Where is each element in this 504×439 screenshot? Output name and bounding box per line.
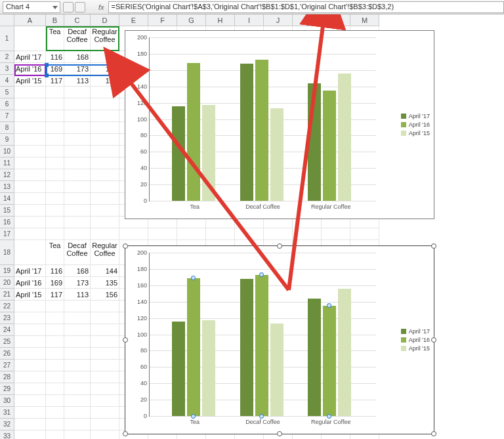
cell-B13[interactable]	[46, 181, 64, 193]
cell-A22[interactable]	[14, 301, 46, 312]
cell-D31[interactable]	[91, 407, 119, 419]
cell-B6[interactable]	[46, 98, 64, 110]
cell-B5[interactable]	[46, 87, 64, 98]
cell-A29[interactable]	[14, 383, 46, 395]
cell-D21[interactable]: 156	[91, 289, 119, 301]
bar-Decaf Coffee-April 16[interactable]	[255, 275, 268, 416]
cell-B12[interactable]	[46, 169, 64, 181]
bar-Tea-April 17[interactable]	[172, 322, 185, 416]
cell-A30[interactable]	[14, 395, 46, 407]
cell-E17[interactable]	[119, 228, 148, 240]
cell-H17[interactable]	[206, 228, 235, 240]
cell-B19[interactable]: 116	[46, 265, 64, 277]
cell-B23[interactable]	[46, 312, 64, 324]
cell-C1[interactable]: DecafCoffee	[64, 26, 91, 51]
cell-C14[interactable]	[64, 193, 91, 205]
cell-C10[interactable]	[64, 146, 91, 157]
cell-B27[interactable]	[46, 360, 64, 371]
cell-C33[interactable]	[64, 430, 91, 439]
cell-C5[interactable]	[64, 87, 91, 98]
cell-K17[interactable]	[293, 228, 322, 240]
cell-B25[interactable]	[46, 336, 64, 348]
cell-C3[interactable]: 173	[64, 63, 91, 75]
bar-Regular Coffee-April 17[interactable]	[308, 83, 321, 201]
cell-C2[interactable]: 168	[64, 51, 91, 63]
cell-B24[interactable]	[46, 324, 64, 336]
cell-A7[interactable]	[14, 110, 46, 122]
cell-A17[interactable]	[14, 228, 46, 240]
cell-C26[interactable]	[64, 348, 91, 360]
cell-D29[interactable]	[91, 383, 119, 395]
cell-A33[interactable]	[14, 430, 46, 439]
fx-icon[interactable]: fx	[98, 3, 104, 11]
bar-Decaf Coffee-April 17[interactable]	[240, 64, 253, 201]
cell-C6[interactable]	[64, 98, 91, 110]
cell-A32[interactable]	[14, 419, 46, 430]
cell-C22[interactable]	[64, 301, 91, 312]
cell-B16[interactable]	[46, 217, 64, 228]
cell-C28[interactable]	[64, 371, 91, 383]
cell-A8[interactable]	[14, 122, 46, 134]
cell-D1[interactable]: RegularCoffee	[91, 26, 119, 51]
cell-D27[interactable]	[91, 360, 119, 371]
lower-chart[interactable]: 020406080100120140160180200TeaDecaf Coff…	[125, 245, 434, 434]
bar-Decaf Coffee-April 16[interactable]	[255, 60, 268, 201]
cell-D23[interactable]	[91, 312, 119, 324]
cell-C20[interactable]: 173	[64, 277, 91, 289]
cell-D9[interactable]	[91, 134, 119, 146]
cell-B31[interactable]	[46, 407, 64, 419]
cell-C32[interactable]	[64, 419, 91, 430]
cell-A26[interactable]	[14, 348, 46, 360]
cell-B7[interactable]	[46, 110, 64, 122]
cell-C16[interactable]	[64, 217, 91, 228]
cell-B30[interactable]	[46, 395, 64, 407]
cell-A21[interactable]: April '15	[14, 289, 46, 301]
cell-A1[interactable]	[14, 26, 46, 51]
cell-B20[interactable]: 169	[46, 277, 64, 289]
cell-J17[interactable]	[264, 228, 293, 240]
cell-D20[interactable]: 135	[91, 277, 119, 289]
cell-C30[interactable]	[64, 395, 91, 407]
cell-A16[interactable]	[14, 217, 46, 228]
cell-D14[interactable]	[91, 193, 119, 205]
bar-Tea-April 15[interactable]	[202, 105, 215, 201]
cell-A6[interactable]	[14, 98, 46, 110]
formula-input[interactable]: =SERIES('Original Chart'!$A$3,'Original …	[108, 1, 504, 13]
cell-A14[interactable]	[14, 193, 46, 205]
cell-C18[interactable]: DecafCoffee	[64, 240, 91, 265]
bar-Regular Coffee-April 15[interactable]	[338, 73, 351, 201]
cell-B3[interactable]: 169	[46, 63, 64, 75]
cell-A2[interactable]: April '17	[14, 51, 46, 63]
bar-Regular Coffee-April 15[interactable]	[338, 289, 351, 416]
cell-B18[interactable]: Tea	[46, 240, 64, 265]
bar-Tea-April 15[interactable]	[202, 320, 215, 416]
cell-A27[interactable]	[14, 360, 46, 371]
cell-C21[interactable]: 113	[64, 289, 91, 301]
cell-A9[interactable]	[14, 134, 46, 146]
cell-C24[interactable]	[64, 324, 91, 336]
bar-Tea-April 17[interactable]	[172, 106, 185, 201]
name-box[interactable]: Chart 4	[3, 1, 60, 13]
cell-B26[interactable]	[46, 348, 64, 360]
cell-D7[interactable]	[91, 110, 119, 122]
cell-A19[interactable]: April '17	[14, 265, 46, 277]
worksheet[interactable]: ABCDEFGHIJKLM1TeaDecafCoffeeRegularCoffe…	[0, 14, 504, 439]
cell-B14[interactable]	[46, 193, 64, 205]
cell-B15[interactable]	[46, 205, 64, 217]
cell-D16[interactable]	[91, 217, 119, 228]
cancel-icon[interactable]	[63, 2, 74, 12]
cell-F17[interactable]	[148, 228, 177, 240]
cell-A23[interactable]	[14, 312, 46, 324]
cell-A31[interactable]	[14, 407, 46, 419]
cell-C31[interactable]	[64, 407, 91, 419]
cell-C13[interactable]	[64, 181, 91, 193]
cell-B21[interactable]: 117	[46, 289, 64, 301]
cell-D22[interactable]	[91, 301, 119, 312]
cell-L17[interactable]	[322, 228, 350, 240]
cell-D24[interactable]	[91, 324, 119, 336]
cell-D33[interactable]	[91, 430, 119, 439]
cell-B1[interactable]: Tea	[46, 26, 64, 51]
cell-C9[interactable]	[64, 134, 91, 146]
cell-B32[interactable]	[46, 419, 64, 430]
bar-Regular Coffee-April 16[interactable]	[323, 91, 336, 201]
